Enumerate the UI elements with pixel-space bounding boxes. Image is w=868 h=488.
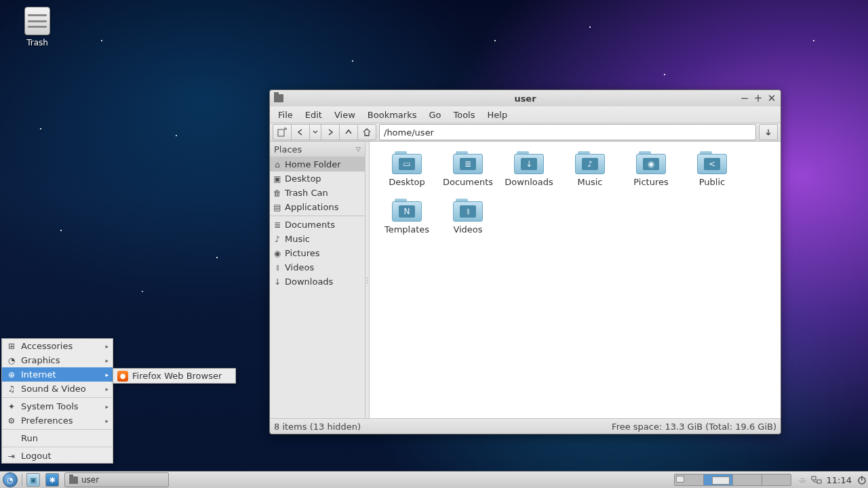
taskbar-item-label: user — [81, 475, 99, 485]
menu-item-label: Internet — [21, 369, 56, 380]
status-free-space: Free space: 13.3 GiB (Total: 19.6 GiB) — [612, 422, 776, 432]
workspace-2[interactable] — [704, 474, 733, 485]
folder-label: Documents — [437, 177, 498, 187]
distro-logo-icon: ◔ — [3, 472, 18, 487]
trash-icon: 🗑 — [273, 188, 282, 198]
titlebar[interactable]: user − + ✕ — [270, 90, 781, 106]
sidebar-item-pictures[interactable]: ◉Pictures — [270, 246, 365, 260]
sidebar-item-downloads[interactable]: ↓Downloads — [270, 274, 365, 289]
menu-view[interactable]: View — [329, 108, 361, 122]
workspace-pager[interactable] — [674, 474, 791, 486]
folder-label: Downloads — [498, 177, 559, 187]
panel-separator — [22, 474, 22, 486]
folder-templates[interactable]: NTemplates — [376, 199, 437, 246]
network-icon[interactable] — [810, 474, 823, 486]
start-menu-button[interactable]: ◔ — [0, 472, 20, 487]
power-icon[interactable] — [856, 474, 868, 486]
chevron-right-icon: ▸ — [105, 418, 108, 424]
status-items: 8 items (13 hidden) — [274, 422, 361, 432]
folder-public[interactable]: <Public — [682, 151, 743, 199]
workspace-3[interactable] — [733, 474, 762, 485]
address-bar[interactable]: /home/user — [379, 124, 756, 140]
folder-icon: ↓ — [514, 151, 544, 174]
menu-item-label: Preferences — [21, 415, 73, 426]
folder-documents[interactable]: ≣Documents — [437, 151, 498, 199]
sidebar-item-label: Pictures — [285, 248, 319, 258]
new-tab-button[interactable] — [273, 124, 291, 140]
sidebar-item-desktop[interactable]: ▣Desktop — [270, 171, 365, 186]
svg-rect-2 — [817, 480, 821, 483]
menu-file[interactable]: File — [273, 108, 298, 122]
menu-item-graphics[interactable]: ◔Graphics▸ — [2, 353, 113, 367]
icon-view[interactable]: ▭Desktop≣Documents↓Downloads♪Music◉Pictu… — [370, 142, 781, 418]
back-history-button[interactable] — [309, 124, 321, 140]
minimize-button[interactable]: − — [738, 92, 751, 104]
menu-item-internet[interactable]: ⊕Internet▸ — [2, 367, 113, 382]
folder-icon: < — [697, 151, 727, 174]
up-button[interactable] — [339, 124, 357, 140]
menu-item-system-tools[interactable]: ✦System Tools▸ — [2, 399, 113, 413]
bluetooth-icon[interactable]: ⌯ — [797, 474, 809, 486]
pics-icon: ◉ — [273, 249, 282, 258]
sidebar-item-videos[interactable]: ⦀Videos — [270, 260, 365, 274]
chevron-right-icon: ▸ — [105, 343, 108, 350]
sidebar-item-trash-can[interactable]: 🗑Trash Can — [270, 186, 365, 200]
folder-icon: ⦀ — [453, 199, 483, 222]
folder-label: Desktop — [376, 177, 437, 187]
category-icon: ⊞ — [6, 341, 17, 352]
menubar: File Edit View Bookmarks Go Tools Help — [270, 106, 781, 123]
taskbar-item-user[interactable]: user — [64, 472, 169, 487]
menu-item-sound-video[interactable]: ♫Sound & Video▸ — [2, 382, 113, 396]
maximize-button[interactable]: + — [752, 92, 764, 104]
menu-item-preferences[interactable]: ⚙Preferences▸ — [2, 413, 113, 428]
globe-icon: ✱ — [45, 473, 59, 487]
folder-label: Pictures — [620, 177, 682, 187]
places-header[interactable]: Places ▽ — [270, 142, 365, 157]
sidebar-item-home-folder[interactable]: ⌂Home Folder — [270, 157, 365, 171]
sidebar-item-label: Music — [285, 234, 310, 244]
folder-icon: ◉ — [636, 151, 666, 174]
sidebar-item-label: Home Folder — [285, 159, 341, 169]
desktop-icon-trash[interactable]: Trash — [24, 7, 50, 47]
chevron-right-icon: ▸ — [105, 386, 108, 392]
svg-rect-0 — [278, 129, 284, 136]
menu-item-label: Graphics — [21, 355, 60, 365]
sidebar-item-documents[interactable]: ≣Documents — [270, 218, 365, 232]
go-button[interactable] — [759, 124, 778, 140]
menu-tools[interactable]: Tools — [448, 108, 480, 122]
menu-bookmarks[interactable]: Bookmarks — [362, 108, 422, 122]
menu-go[interactable]: Go — [423, 108, 446, 122]
category-icon: ♫ — [6, 384, 17, 394]
launcher-browser[interactable]: ✱ — [43, 472, 62, 487]
back-button[interactable] — [291, 124, 309, 140]
workspace-4[interactable] — [762, 474, 791, 485]
sidebar-item-music[interactable]: ♪Music — [270, 232, 365, 246]
workspace-1[interactable] — [675, 474, 704, 485]
home-icon: ⌂ — [273, 160, 282, 169]
menu-edit[interactable]: Edit — [300, 108, 328, 122]
folder-downloads[interactable]: ↓Downloads — [498, 151, 559, 199]
taskbar: ◔ ▣ ✱ user ⌯ 11:14 — [0, 471, 868, 488]
sidebar-item-label: Downloads — [285, 277, 333, 287]
folder-videos[interactable]: ⦀Videos — [437, 199, 498, 246]
clock[interactable]: 11:14 — [824, 475, 854, 485]
menu-help[interactable]: Help — [482, 108, 513, 122]
folder-music[interactable]: ♪Music — [559, 151, 620, 199]
sidebar-item-label: Documents — [285, 220, 335, 230]
forward-button[interactable] — [321, 124, 339, 140]
places-header-label: Places — [274, 144, 302, 155]
folder-desktop[interactable]: ▭Desktop — [376, 151, 437, 199]
launcher-file-manager[interactable]: ▣ — [24, 472, 43, 487]
file-manager-window: user − + ✕ File Edit View Bookmarks Go T… — [269, 89, 781, 434]
menu-item-run[interactable]: Run — [2, 431, 113, 445]
home-button[interactable] — [357, 124, 376, 140]
close-button[interactable]: ✕ — [766, 92, 778, 104]
sidebar-item-applications[interactable]: ▤Applications — [270, 200, 365, 214]
menu-item-label: Accessories — [21, 341, 73, 351]
folder-pictures[interactable]: ◉Pictures — [620, 151, 682, 199]
menu-item-firefox[interactable]: ● Firefox Web Browser — [113, 369, 235, 383]
menu-item-accessories[interactable]: ⊞Accessories▸ — [2, 339, 113, 353]
down-icon: ↓ — [273, 277, 282, 287]
menu-item-logout[interactable]: ⇥Logout — [2, 449, 113, 463]
folder-icon — [274, 94, 283, 102]
